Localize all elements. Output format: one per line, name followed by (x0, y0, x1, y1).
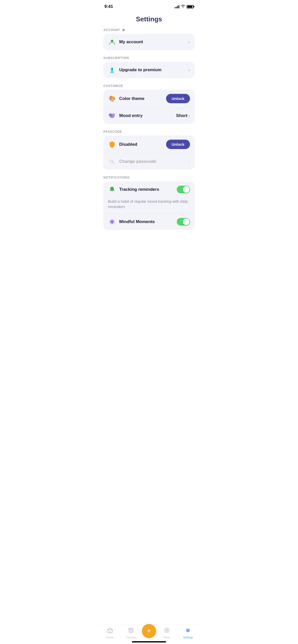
change-passcode-icon (108, 157, 116, 166)
mood-entry-value: Short (176, 113, 187, 118)
color-theme-right: Unlock (166, 94, 190, 103)
svg-point-9 (111, 221, 113, 223)
customize-card: 🎨 Color theme Unlock Mood entry (103, 90, 195, 124)
account-icon (108, 38, 116, 46)
notifications-section: NOTIFICATIONS Tracking reminders (103, 176, 195, 230)
wifi-icon (181, 5, 185, 9)
passcode-section-label: PASSCODE (103, 130, 195, 134)
tracking-reminders-toggle[interactable] (177, 186, 190, 193)
upgrade-row[interactable]: Upgrade to premium › (103, 62, 195, 78)
change-passcode-chevron: › (188, 159, 190, 164)
color-theme-icon: 🎨 (108, 95, 116, 103)
my-account-right: › (188, 39, 190, 45)
mindful-moments-toggle[interactable] (177, 218, 190, 226)
subscription-card: Upgrade to premium › (103, 62, 195, 78)
status-time: 9:41 (104, 4, 113, 9)
tracking-reminders-icon (108, 185, 116, 194)
mindful-moments-label: Mindful Moments (119, 219, 177, 224)
my-account-row[interactable]: My account › (103, 34, 195, 50)
account-dot (122, 29, 125, 31)
status-bar: 9:41 (99, 0, 199, 11)
my-account-label: My account (119, 39, 188, 45)
scroll-content: ACCOUNT My account › SUBSCRIPTION (99, 28, 199, 261)
svg-marker-2 (110, 69, 114, 73)
mood-entry-label: Mood entry (119, 113, 176, 118)
change-passcode-right: › (188, 159, 190, 164)
account-section: ACCOUNT My account › (103, 28, 195, 50)
status-icons (175, 5, 194, 9)
color-theme-row[interactable]: 🎨 Color theme Unlock (103, 90, 195, 107)
passcode-disabled-row[interactable]: Disabled Unlock (103, 136, 195, 153)
svg-point-5 (112, 113, 115, 116)
battery-icon (187, 5, 194, 8)
my-account-chevron: › (188, 39, 190, 45)
page-title: Settings (99, 15, 199, 23)
tracking-reminders-row[interactable]: Tracking reminders (103, 181, 195, 198)
mindful-moments-row[interactable]: Mindful Moments (103, 213, 195, 230)
mood-entry-row[interactable]: Mood entry Short › (103, 107, 195, 124)
mood-entry-icon (108, 112, 116, 120)
passcode-shield-icon (108, 140, 116, 149)
passcode-unlock-right: Unlock (166, 140, 190, 149)
passcode-card: Disabled Unlock Change passcode (103, 136, 195, 170)
mindful-toggle-knob (183, 218, 189, 225)
color-theme-unlock-button[interactable]: Unlock (166, 94, 190, 103)
upgrade-chevron: › (188, 67, 190, 73)
account-section-label: ACCOUNT (103, 28, 195, 32)
passcode-unlock-button[interactable]: Unlock (166, 140, 190, 149)
mindful-moments-toggle-right (177, 218, 190, 226)
customize-section: CUSTOMIZE 🎨 Color theme Unlock (103, 84, 195, 124)
mindful-moments-icon (108, 218, 116, 226)
tracking-reminders-label: Tracking reminders (119, 187, 177, 192)
tracking-reminders-toggle-right (177, 186, 190, 193)
tracking-reminders-description: Build a habit of regular mood tracking w… (103, 198, 195, 213)
mood-entry-chevron: › (188, 113, 190, 119)
notifications-card: Tracking reminders Build a habit of regu… (103, 181, 195, 230)
subscription-section-label: SUBSCRIPTION (103, 56, 195, 60)
change-passcode-row: Change passcode › (103, 153, 195, 170)
subscription-section: SUBSCRIPTION Upgrade to premium › (103, 56, 195, 78)
upgrade-label: Upgrade to premium (119, 67, 188, 72)
change-passcode-label: Change passcode (119, 159, 188, 164)
passcode-section: PASSCODE Disabled Unlock (103, 130, 195, 170)
upgrade-right: › (188, 67, 190, 73)
svg-point-0 (111, 40, 113, 42)
toggle-knob (183, 186, 189, 193)
account-card: My account › (103, 34, 195, 50)
notifications-section-label: NOTIFICATIONS (103, 176, 195, 179)
customize-section-label: CUSTOMIZE (103, 84, 195, 88)
passcode-disabled-label: Disabled (119, 142, 166, 147)
mood-entry-right: Short › (176, 113, 190, 119)
upgrade-icon (108, 66, 116, 74)
svg-point-4 (109, 113, 112, 116)
signal-icon (175, 5, 179, 8)
color-theme-label: Color theme (119, 96, 166, 101)
tracking-reminders-group: Tracking reminders Build a habit of regu… (103, 181, 195, 213)
